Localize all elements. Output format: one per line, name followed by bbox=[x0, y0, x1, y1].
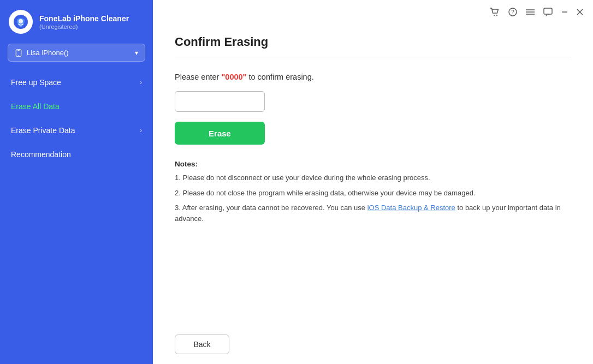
divider bbox=[175, 57, 571, 57]
sidebar-item-erase-private-data[interactable]: Erase Private Data › bbox=[0, 118, 153, 142]
confirm-instruction: Please enter "0000" to confirm erasing. bbox=[175, 73, 571, 81]
notes-list: 1. Please do not disconnect or use your … bbox=[175, 172, 571, 224]
erase-button[interactable]: Erase bbox=[175, 122, 265, 145]
main-panel: ? Conf bbox=[153, 0, 593, 364]
app-info: FoneLab iPhone Cleaner (Unregistered) bbox=[39, 14, 129, 30]
app-name: FoneLab iPhone Cleaner bbox=[39, 14, 129, 23]
page-title: Confirm Erasing bbox=[175, 35, 571, 49]
note-item-1: 1. Please do not disconnect or use your … bbox=[175, 172, 571, 183]
sidebar-item-erase-all-data-label: Erase All Data bbox=[11, 102, 142, 111]
sidebar-item-erase-private-data-chevron-icon: › bbox=[140, 127, 142, 134]
app-logo bbox=[9, 10, 33, 34]
device-name: Lisa iPhone() bbox=[27, 49, 131, 57]
menu-icon[interactable] bbox=[526, 9, 535, 15]
ios-backup-link[interactable]: iOS Data Backup & Restore bbox=[367, 204, 455, 212]
sidebar-item-recommendation-label: Recommendation bbox=[11, 150, 142, 159]
sidebar-item-free-up-space-chevron-icon: › bbox=[140, 79, 142, 86]
notes-title: Notes: bbox=[175, 160, 571, 168]
note-item-3-before: 3. After erasing, your data cannot be re… bbox=[175, 204, 367, 212]
titlebar: ? bbox=[153, 0, 593, 24]
svg-rect-12 bbox=[544, 8, 552, 14]
close-icon[interactable] bbox=[577, 9, 583, 15]
bottom-bar: Back bbox=[153, 335, 593, 364]
sidebar-item-free-up-space-label: Free up Space bbox=[11, 78, 140, 87]
device-selector[interactable]: Lisa iPhone() ▾ bbox=[8, 44, 145, 62]
cart-icon[interactable] bbox=[490, 8, 500, 16]
confirm-text-before: Please enter bbox=[175, 73, 221, 81]
svg-point-4 bbox=[18, 55, 19, 56]
svg-point-5 bbox=[494, 15, 495, 16]
sidebar-item-free-up-space[interactable]: Free up Space › bbox=[0, 70, 153, 94]
sidebar: FoneLab iPhone Cleaner (Unregistered) Li… bbox=[0, 0, 153, 364]
phone-icon bbox=[15, 49, 22, 57]
svg-point-6 bbox=[496, 15, 497, 16]
note-item-3: 3. After erasing, your data cannot be re… bbox=[175, 202, 571, 224]
back-button[interactable]: Back bbox=[175, 335, 229, 354]
app-sub: (Unregistered) bbox=[39, 23, 129, 30]
sidebar-item-recommendation[interactable]: Recommendation bbox=[0, 142, 153, 166]
device-chevron-icon: ▾ bbox=[135, 49, 138, 57]
svg-point-1 bbox=[19, 19, 23, 23]
content-area: Confirm Erasing Please enter "0000" to c… bbox=[153, 24, 593, 335]
confirm-text-after: to confirm erasing. bbox=[246, 73, 313, 81]
sidebar-item-erase-all-data[interactable]: Erase All Data bbox=[0, 94, 153, 118]
sidebar-header: FoneLab iPhone Cleaner (Unregistered) bbox=[0, 0, 153, 44]
sidebar-nav: Free up Space › Erase All Data Erase Pri… bbox=[0, 70, 153, 364]
note-item-2: 2. Please do not close the program while… bbox=[175, 188, 571, 199]
sidebar-item-erase-private-data-label: Erase Private Data bbox=[11, 126, 140, 135]
svg-text:?: ? bbox=[511, 9, 514, 15]
confirm-input[interactable] bbox=[175, 91, 265, 112]
question-icon[interactable]: ? bbox=[508, 8, 517, 16]
notes-section: Notes: 1. Please do not disconnect or us… bbox=[175, 160, 571, 224]
chat-icon[interactable] bbox=[543, 8, 553, 16]
minimize-icon[interactable] bbox=[561, 9, 568, 15]
confirm-code: "0000" bbox=[221, 73, 246, 81]
